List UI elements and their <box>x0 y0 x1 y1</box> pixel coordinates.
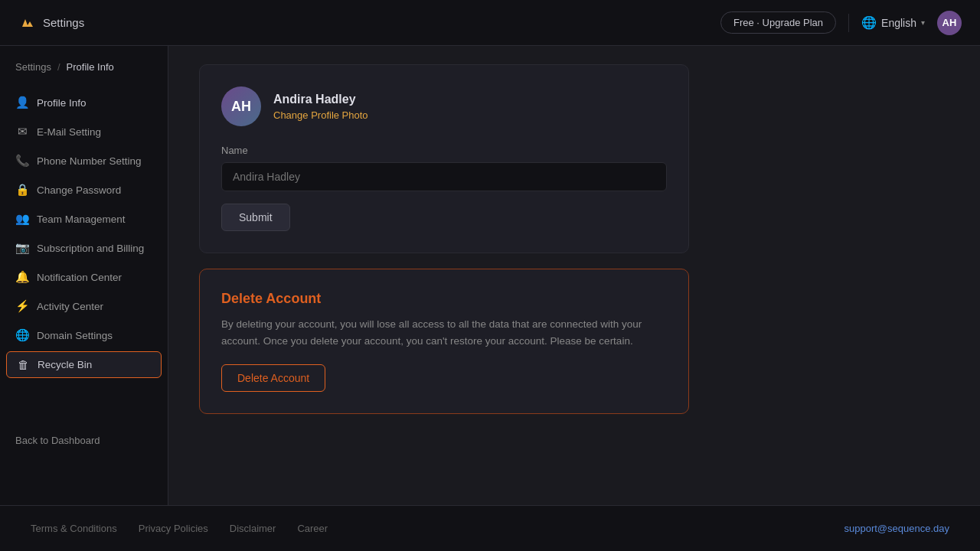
sidebar-item-label: Activity Center <box>37 301 103 312</box>
footer-terms-link[interactable]: Terms & Conditions <box>31 523 117 534</box>
sidebar-item-label: Change Password <box>37 184 121 196</box>
content-area: AH Andira Hadley Change Profile Photo Na… <box>168 46 980 505</box>
topbar-left: Settings <box>18 14 84 32</box>
profile-avatar: AH <box>221 86 261 126</box>
main-layout: Settings / Profile Info 👤 Profile Info ✉… <box>0 46 980 505</box>
footer-career-link[interactable]: Career <box>297 523 328 534</box>
sidebar-item-label: Notification Center <box>37 272 122 283</box>
nav-gap <box>0 380 168 425</box>
sidebar-item-phone-setting[interactable]: 📞 Phone Number Setting <box>0 146 168 175</box>
delete-account-title: Delete Account <box>221 291 667 307</box>
activity-icon: ⚡ <box>15 299 29 313</box>
logo-icon <box>18 14 37 32</box>
breadcrumb-parent[interactable]: Settings <box>15 61 51 73</box>
sidebar-item-label: Subscription and Billing <box>37 243 144 254</box>
trash-icon: 🗑 <box>16 358 30 371</box>
sidebar-item-label: Phone Number Setting <box>37 155 142 167</box>
profile-card: AH Andira Hadley Change Profile Photo Na… <box>199 64 689 253</box>
sidebar-item-recycle-bin[interactable]: 🗑 Recycle Bin <box>6 351 162 378</box>
sidebar-item-team-management[interactable]: 👥 Team Management <box>0 204 168 233</box>
footer-links: Terms & Conditions Privacy Policies Disc… <box>31 523 328 534</box>
globe-icon: 🌐 <box>861 15 877 30</box>
breadcrumb: Settings / Profile Info <box>0 61 168 88</box>
change-photo-link[interactable]: Change Profile Photo <box>273 109 368 121</box>
sidebar: Settings / Profile Info 👤 Profile Info ✉… <box>0 46 168 505</box>
sidebar-item-notification-center[interactable]: 🔔 Notification Center <box>0 262 168 292</box>
sidebar-item-email-setting[interactable]: ✉ E-Mail Setting <box>0 117 168 146</box>
breadcrumb-current: Profile Info <box>67 61 114 73</box>
back-to-dashboard[interactable]: Back to Dashboard <box>0 425 168 455</box>
sidebar-item-change-password[interactable]: 🔒 Change Password <box>0 175 168 204</box>
breadcrumb-separator: / <box>57 61 60 73</box>
footer-email[interactable]: support@sequence.day <box>844 523 949 534</box>
sidebar-item-profile-info[interactable]: 👤 Profile Info <box>0 88 168 117</box>
sidebar-item-label: Profile Info <box>37 97 87 109</box>
footer-privacy-link[interactable]: Privacy Policies <box>139 523 208 534</box>
team-icon: 👥 <box>15 212 29 226</box>
topbar-right: Free · Upgrade Plan 🌐 English ▾ AH <box>720 11 962 35</box>
lock-icon: 🔒 <box>15 183 29 197</box>
avatar[interactable]: AH <box>937 11 962 35</box>
submit-button[interactable]: Submit <box>221 204 290 231</box>
upgrade-button[interactable]: Free · Upgrade Plan <box>720 11 836 34</box>
billing-icon: 📷 <box>15 241 29 255</box>
sidebar-item-subscription-billing[interactable]: 📷 Subscription and Billing <box>0 233 168 262</box>
bell-icon: 🔔 <box>15 270 29 284</box>
profile-header: AH Andira Hadley Change Profile Photo <box>221 86 667 126</box>
sidebar-item-label: Recycle Bin <box>38 359 92 370</box>
topbar: Settings Free · Upgrade Plan 🌐 English ▾… <box>0 0 980 46</box>
phone-icon: 📞 <box>15 154 29 168</box>
topbar-divider <box>848 14 849 32</box>
sidebar-item-label: Team Management <box>37 214 126 225</box>
email-icon: ✉ <box>15 125 29 139</box>
language-selector[interactable]: 🌐 English ▾ <box>861 15 925 30</box>
delete-account-card: Delete Account By deleting your account,… <box>199 269 689 414</box>
delete-account-description: By deleting your account, you will lose … <box>221 316 667 349</box>
footer-disclaimer-link[interactable]: Disclaimer <box>230 523 276 534</box>
chevron-down-icon: ▾ <box>921 18 925 27</box>
sidebar-item-label: E-Mail Setting <box>37 126 101 138</box>
sidebar-item-activity-center[interactable]: ⚡ Activity Center <box>0 292 168 321</box>
profile-name: Andira Hadley <box>273 93 368 106</box>
delete-account-button[interactable]: Delete Account <box>221 364 325 392</box>
user-icon: 👤 <box>15 96 29 109</box>
globe-nav-icon: 🌐 <box>15 328 29 342</box>
sidebar-item-label: Domain Settings <box>37 330 113 341</box>
footer: Terms & Conditions Privacy Policies Disc… <box>0 505 980 551</box>
name-input[interactable] <box>221 162 667 191</box>
topbar-title: Settings <box>43 16 84 29</box>
profile-info: Andira Hadley Change Profile Photo <box>273 93 368 121</box>
sidebar-item-domain-settings[interactable]: 🌐 Domain Settings <box>0 321 168 350</box>
name-label: Name <box>221 145 667 156</box>
language-label: English <box>881 17 916 29</box>
